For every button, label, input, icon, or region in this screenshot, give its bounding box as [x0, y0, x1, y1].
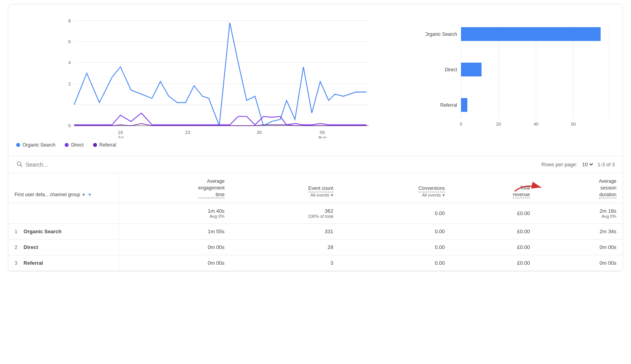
svg-text:0: 0: [460, 122, 462, 126]
svg-text:Aug: Aug: [318, 135, 327, 138]
conversions-sub[interactable]: All events ▾: [346, 192, 445, 198]
totals-engagement: 1m 40s Avg 0%: [119, 203, 231, 224]
row-event-count: 28: [231, 240, 340, 255]
conv-dropdown-icon[interactable]: ▾: [442, 192, 445, 198]
page-info: 1-3 of 3: [597, 162, 615, 167]
main-container: 8 6 4 2 0 16 Jul 23 30 06 Aug: [8, 4, 623, 271]
table-row: 2 Direct 0m 00s 28 0.00 £0.00 0m 00s: [8, 240, 623, 255]
column-group-label: First user defa... channel group: [15, 191, 80, 198]
svg-text:2: 2: [68, 81, 71, 86]
row-revenue: £0.00: [451, 240, 536, 255]
row-event-count: 331: [231, 224, 340, 240]
totals-revenue: £0.00: [451, 203, 536, 224]
add-column-button[interactable]: +: [87, 191, 92, 198]
totals-session: 2m 18s Avg 0%: [536, 203, 623, 224]
col-conversions-header: Conversions All events ▾: [340, 173, 451, 203]
totals-event-count: 362 100% of total: [231, 203, 340, 224]
legend-organic-search: Organic Search: [16, 142, 55, 148]
row-channel-name: Direct: [24, 244, 38, 250]
svg-text:16: 16: [118, 130, 123, 135]
dropdown-arrow-icon[interactable]: ▾: [82, 191, 85, 198]
totals-row: 1m 40s Avg 0% 362 100% of total 0.00 £0.…: [8, 203, 623, 224]
event-count-sub[interactable]: All events ▾: [237, 192, 333, 198]
bar-chart-container: Organic Search Direct Referral 0 20 40 6…: [418, 12, 615, 148]
row-name-cell: 1 Organic Search: [8, 224, 119, 240]
row-num: 3: [15, 260, 17, 266]
row-session: 0m 00s: [536, 240, 623, 255]
row-engagement: 0m 00s: [119, 255, 231, 271]
table-row: 3 Referral 0m 00s 3 0.00 £0.00 0m 00s: [8, 255, 623, 271]
svg-text:4: 4: [68, 60, 71, 65]
row-name-cell: 3 Referral: [8, 255, 119, 271]
row-revenue: £0.00: [451, 224, 536, 240]
svg-text:40: 40: [534, 122, 538, 126]
event-count-title: Event count: [308, 185, 333, 192]
svg-text:Direct: Direct: [445, 67, 457, 72]
bottom-section: Rows per page: 10 25 50 1-3 of 3 First u…: [8, 156, 623, 271]
svg-text:Jul: Jul: [118, 135, 123, 138]
search-icon: [16, 161, 22, 168]
totals-conversions: 0.00: [340, 203, 451, 224]
conversions-title: Conversions: [418, 185, 445, 192]
svg-text:8: 8: [68, 18, 71, 23]
row-session: 2m 34s: [536, 224, 623, 240]
row-conversions: 0.00: [340, 224, 451, 240]
direct-dot: [65, 143, 69, 147]
svg-text:6: 6: [68, 39, 71, 44]
engagement-title: Averageengagementtime: [198, 178, 225, 198]
table-row: 1 Organic Search 1m 55s 331 0.00 £0.00 2…: [8, 224, 623, 240]
col-revenue-header: Totalrevenue: [451, 173, 536, 203]
col-session-header: Averagesessionduration: [536, 173, 623, 203]
row-name-cell: 2 Direct: [8, 240, 119, 255]
data-table: First user defa... channel group ▾ + Ave…: [8, 173, 623, 271]
svg-line-30: [21, 165, 22, 167]
line-chart-container: 8 6 4 2 0 16 Jul 23 30 06 Aug: [16, 12, 418, 148]
row-conversions: 0.00: [340, 255, 451, 271]
bar-chart-svg: Organic Search Direct Referral 0 20 40 6…: [426, 12, 615, 146]
legend-direct: Direct: [65, 142, 83, 148]
svg-text:20: 20: [496, 122, 501, 126]
organic-search-label: Organic Search: [22, 142, 55, 148]
row-conversions: 0.00: [340, 240, 451, 255]
bar-organic: [461, 27, 601, 41]
row-channel-name: Referral: [24, 260, 43, 266]
svg-text:06: 06: [320, 130, 325, 135]
referral-label: Referral: [99, 142, 116, 148]
row-engagement: 0m 00s: [119, 240, 231, 255]
referral-dot: [93, 143, 97, 147]
totals-label: [8, 203, 119, 224]
row-session: 0m 00s: [536, 255, 623, 271]
row-revenue: £0.00: [451, 255, 536, 271]
search-right: Rows per page: 10 25 50 1-3 of 3: [541, 161, 615, 168]
search-input[interactable]: [26, 162, 105, 168]
svg-text:60: 60: [571, 122, 576, 126]
rows-per-page-label: Rows per page:: [541, 162, 577, 167]
legend-referral: Referral: [93, 142, 116, 148]
bar-referral: [461, 98, 467, 112]
svg-text:30: 30: [257, 130, 262, 135]
row-channel-name: Organic Search: [24, 228, 62, 234]
direct-label: Direct: [71, 142, 83, 148]
organic-search-dot: [16, 143, 20, 147]
top-section: 8 6 4 2 0 16 Jul 23 30 06 Aug: [8, 4, 623, 156]
session-title: Averagesessionduration: [599, 178, 616, 198]
revenue-title: Totalrevenue: [513, 185, 530, 199]
search-left: [16, 161, 105, 168]
rows-per-page-select[interactable]: 10 25 50: [581, 161, 594, 168]
table-body: 1 Organic Search 1m 55s 331 0.00 £0.00 2…: [8, 224, 623, 271]
row-num: 2: [15, 244, 17, 250]
svg-text:0: 0: [68, 123, 71, 128]
bar-direct: [461, 63, 482, 76]
chart-legend: Organic Search Direct Referral: [16, 142, 410, 148]
svg-text:Organic Search: Organic Search: [426, 32, 457, 37]
col-event-count-header: Event count All events ▾: [231, 173, 340, 203]
line-chart-svg: 8 6 4 2 0 16 Jul 23 30 06 Aug: [16, 12, 410, 138]
search-row: Rows per page: 10 25 50 1-3 of 3: [8, 156, 623, 173]
svg-text:23: 23: [185, 130, 190, 135]
row-event-count: 3: [231, 255, 340, 271]
col-engagement-header: Averageengagementtime: [119, 173, 231, 203]
row-engagement: 1m 55s: [119, 224, 231, 240]
row-num: 1: [15, 228, 17, 234]
event-dropdown-icon[interactable]: ▾: [331, 192, 333, 198]
svg-text:Referral: Referral: [440, 102, 457, 108]
